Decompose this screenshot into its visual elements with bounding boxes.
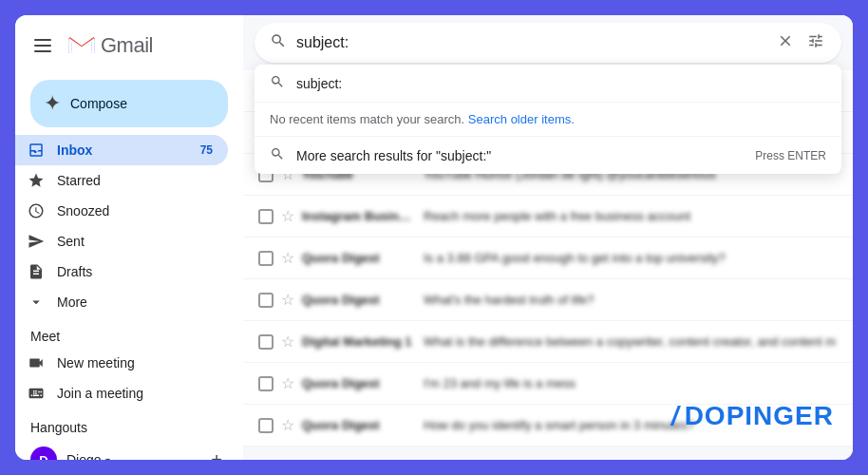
join-meeting-label: Join a meeting: [57, 386, 213, 401]
email-content: What's the hardest truth of life?: [424, 293, 838, 307]
email-sender: Quora Digest: [302, 293, 416, 307]
email-checkbox[interactable]: [258, 293, 274, 308]
gmail-logo: Gmail: [66, 30, 153, 61]
watermark: / DOPINGER: [671, 401, 834, 431]
sent-label: Sent: [57, 234, 213, 249]
email-sender: Quora Digest: [302, 251, 416, 265]
inbox-icon: [27, 141, 46, 160]
email-content: Is a 3.88 GPA good enough to get into a …: [424, 251, 838, 265]
press-enter-hint: Press ENTER: [755, 149, 826, 162]
main-area: subject: No recent items match your sear…: [243, 15, 853, 460]
sidebar: Gmail ✦ Compose Inbox 75 Starred Snooze: [15, 15, 243, 460]
dropdown-suggestion-text: subject:: [296, 76, 342, 91]
email-content: What is the difference between a copywri…: [424, 334, 838, 349]
drafts-icon: [27, 262, 46, 281]
sidebar-item-snoozed[interactable]: Snoozed: [15, 196, 228, 226]
sidebar-item-more[interactable]: More: [15, 287, 228, 317]
no-recent-message: No recent items match your search. Searc…: [255, 103, 841, 137]
email-checkbox[interactable]: [258, 251, 274, 266]
app-container: Gmail ✦ Compose Inbox 75 Starred Snooze: [15, 15, 853, 460]
gmail-text-label: Gmail: [101, 33, 153, 58]
more-results-row[interactable]: More search results for "subject:" Press…: [255, 137, 841, 174]
email-row[interactable]: ☆ Instagram Business Reach more people w…: [243, 196, 853, 238]
compose-label: Compose: [70, 96, 127, 111]
hangouts-section-title: Hangouts: [15, 408, 243, 439]
email-content: Reach more people with a free business a…: [424, 209, 838, 223]
email-star-icon[interactable]: ☆: [281, 374, 294, 392]
watermark-brand-text: DOPINGER: [685, 401, 834, 431]
gmail-m-icon: [66, 30, 97, 61]
email-star-icon[interactable]: ☆: [281, 249, 294, 267]
hangouts-add-button[interactable]: +: [205, 447, 228, 461]
email-star-icon[interactable]: ☆: [281, 207, 294, 225]
search-container: subject: No recent items match your sear…: [243, 15, 853, 70]
search-input[interactable]: [296, 34, 765, 51]
new-meeting-label: New meeting: [57, 355, 213, 370]
sidebar-header: Gmail: [15, 23, 243, 68]
email-row[interactable]: ☆ Quora Digest I'm 23 and my life is a m…: [243, 363, 853, 405]
email-checkbox[interactable]: [258, 376, 274, 391]
email-star-icon[interactable]: ☆: [281, 332, 294, 351]
compose-button[interactable]: ✦ Compose: [30, 80, 228, 127]
hangouts-row[interactable]: D Diego ▾ +: [15, 439, 243, 460]
sidebar-item-inbox[interactable]: Inbox 75: [15, 135, 228, 165]
sidebar-item-join-meeting[interactable]: Join a meeting: [15, 378, 228, 408]
hamburger-button[interactable]: [30, 35, 55, 56]
watermark-slash-icon: /: [671, 401, 679, 431]
search-older-link[interactable]: Search older items.: [468, 112, 575, 126]
search-bar: [255, 23, 841, 63]
email-sender: Digital Marketing 1: [302, 334, 416, 349]
snoozed-label: Snoozed: [57, 203, 213, 218]
meet-section-title: Meet: [15, 317, 243, 348]
email-checkbox[interactable]: [258, 209, 274, 224]
search-clear-button[interactable]: [775, 30, 796, 55]
email-star-icon[interactable]: ☆: [281, 416, 294, 434]
inbox-label: Inbox: [57, 142, 189, 158]
starred-label: Starred: [57, 173, 213, 188]
sidebar-item-sent[interactable]: Sent: [15, 226, 228, 256]
hangouts-username: Diego ▾: [66, 452, 110, 460]
sidebar-item-new-meeting[interactable]: New meeting: [15, 348, 228, 378]
inbox-badge: 75: [200, 143, 213, 157]
email-sender: Quora Digest: [302, 418, 416, 432]
more-results-text: More search results for "subject:": [296, 148, 491, 163]
hangouts-arrow-icon: ▾: [105, 455, 110, 461]
sidebar-item-starred[interactable]: Starred: [15, 165, 228, 196]
more-results-search-icon: [270, 146, 285, 164]
search-dropdown: subject: No recent items match your sear…: [255, 65, 841, 174]
email-content: I'm 23 and my life is a mess: [424, 376, 838, 390]
dropdown-search-icon: [270, 74, 285, 92]
email-row[interactable]: ☆ Digital Marketing 1 What is the differ…: [243, 321, 853, 363]
drafts-label: Drafts: [57, 264, 213, 279]
hangouts-avatar: D: [30, 446, 57, 460]
email-checkbox[interactable]: [258, 418, 274, 433]
email-row[interactable]: ☆ Quora Digest Is a 3.88 GPA good enough…: [243, 238, 853, 279]
more-label: More: [57, 294, 213, 310]
search-options-button[interactable]: [805, 30, 826, 55]
compose-plus-icon: ✦: [44, 93, 61, 114]
snoozed-icon: [27, 201, 46, 220]
email-checkbox[interactable]: [258, 334, 274, 350]
more-results-left: More search results for "subject:": [270, 146, 491, 164]
email-sender: Instagram Business: [302, 209, 416, 223]
video-icon: [27, 353, 46, 372]
sent-icon: [27, 232, 46, 251]
search-icon: [270, 32, 287, 53]
more-chevron-icon: [27, 293, 46, 312]
email-sender: Quora Digest: [302, 376, 416, 390]
star-icon: [27, 171, 46, 190]
dropdown-suggestion-item[interactable]: subject:: [255, 65, 841, 103]
sidebar-item-drafts[interactable]: Drafts: [15, 256, 228, 287]
email-star-icon[interactable]: ☆: [281, 291, 294, 309]
email-row[interactable]: ☆ Quora Digest What's the hardest truth …: [243, 279, 853, 321]
keyboard-icon: [27, 384, 46, 403]
